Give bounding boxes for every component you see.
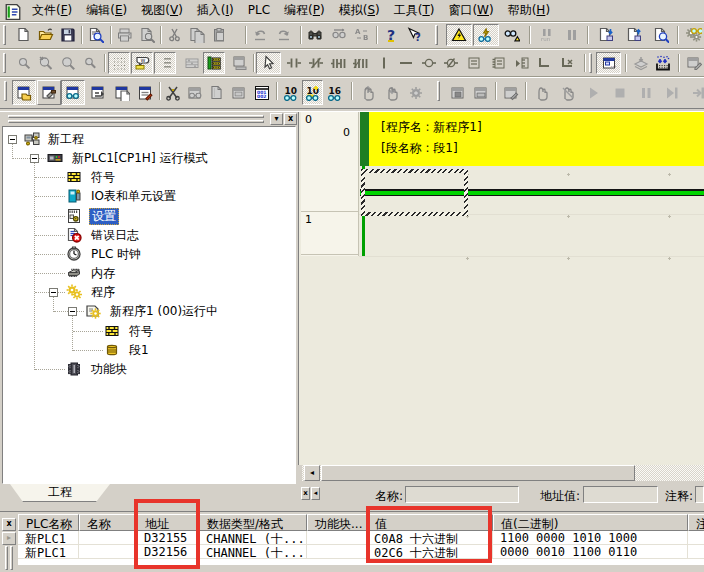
new-closed-contact-button[interactable] (305, 52, 327, 74)
differential-monitor-button[interactable] (500, 24, 524, 46)
data-grid-button[interactable] (652, 52, 674, 74)
tree-item[interactable]: 新程序1 (00)运行中 (3, 302, 293, 321)
signed-decimal-monitor-button[interactable]: 10 (302, 80, 323, 105)
watch-cell[interactable] (688, 531, 704, 545)
memory-view-button[interactable]: … (596, 52, 621, 74)
help-button[interactable]: ? (380, 24, 402, 46)
output-window-button[interactable] (37, 80, 61, 105)
toolbar-gripper[interactable] (435, 25, 438, 45)
crossref-window-button[interactable] (86, 80, 110, 105)
tree-expander-minus[interactable] (30, 154, 39, 163)
find-button[interactable] (304, 24, 326, 46)
watch-cell[interactable]: 新PLC1 (18, 545, 79, 559)
new-closed-or-contact-button[interactable] (350, 52, 372, 74)
watch-cell[interactable] (79, 545, 137, 559)
tree-item-label[interactable]: PLC 时钟 (89, 247, 143, 262)
watch-gripper[interactable] (10, 546, 13, 570)
open-project-button[interactable] (35, 24, 57, 46)
new-instruction-button[interactable] (463, 52, 485, 74)
compile-program-button[interactable] (85, 24, 107, 46)
menu-4[interactable]: 插入(I) (190, 0, 241, 22)
tree-item[interactable]: 段1 (3, 341, 293, 360)
watch-cell[interactable] (307, 545, 367, 559)
tree-item[interactable]: 功能块 (3, 360, 293, 379)
tree-close-button[interactable]: x (284, 113, 297, 125)
toolbar-gripper[interactable] (3, 53, 6, 73)
tree-item[interactable]: 新PLC1[CP1H] 运行模式 (3, 149, 293, 168)
watch-column-header[interactable]: 数据类型/格式 (199, 514, 307, 531)
menu-10[interactable]: 帮助(H) (501, 0, 557, 22)
watch-cell[interactable]: 新PLC1 (18, 531, 79, 545)
toolbar-gripper[interactable] (589, 53, 592, 73)
project-window-button[interactable] (12, 80, 36, 105)
tree-item-label[interactable]: 符号 (127, 324, 155, 339)
menu-7[interactable]: 模拟(S) (332, 0, 387, 22)
tree-item-label[interactable]: IO表和单元设置 (89, 189, 178, 204)
tree-item-label[interactable]: 新程序1 (00)运行中 (108, 304, 220, 319)
watch-next-button[interactable]: ▸ (2, 532, 16, 545)
data-display-button[interactable]: 001002 (250, 80, 273, 105)
hex-monitor-button[interactable]: 16 (324, 80, 345, 105)
new-horizontal-button[interactable] (395, 52, 417, 74)
watch-cell[interactable]: CHANNEL (十... (199, 545, 307, 559)
select-mode-button[interactable] (256, 52, 281, 74)
new-coil-button[interactable] (418, 52, 440, 74)
watch-table[interactable]: PLC名称名称地址数据类型/格式功能块...值值(二进制)注释新PLC1D321… (18, 514, 704, 565)
tab-project[interactable]: 工程 (10, 484, 110, 502)
watch-cell[interactable] (307, 531, 367, 545)
tree-item-label[interactable]: 新PLC1[CP1H] 运行模式 (70, 151, 209, 166)
tree-item-label[interactable]: 符号 (89, 170, 117, 185)
watch-column-header[interactable]: 名称 (79, 514, 137, 531)
menu-6[interactable]: 编程(P) (277, 0, 332, 22)
watch-cell[interactable]: CHANNEL (十... (199, 531, 307, 545)
menu-2[interactable]: 编辑(E) (79, 0, 134, 22)
download-to-plc-button[interactable] (592, 24, 619, 46)
upload-from-plc-button[interactable] (620, 24, 647, 46)
comment-list-button[interactable] (154, 52, 176, 74)
toolbar-gripper[interactable] (4, 81, 7, 101)
context-help-button[interactable]: ? (403, 24, 425, 46)
force-set-button[interactable] (683, 24, 704, 46)
tree-item-label[interactable]: 程序 (89, 285, 117, 300)
tree-expander-minus[interactable] (49, 288, 58, 297)
tree-item-label[interactable]: 段1 (127, 343, 151, 358)
compare-with-plc-button[interactable] (648, 24, 673, 46)
tree-item[interactable]: 符号 (3, 322, 293, 341)
watch-column-header[interactable]: 注释 (688, 514, 704, 531)
toolbar-gripper[interactable] (3, 25, 6, 45)
menu-5[interactable]: PLC (241, 1, 277, 20)
tree-item-label[interactable]: 功能块 (89, 362, 129, 377)
ladder-editor[interactable]: 0 0 1 [程序名 : 新程序1] [段名称 : 段1] (298, 112, 704, 465)
project-tree[interactable]: 新工程新PLC1[CP1H] 运行模式符号IO表和单元设置设置错误日志PLC 时… (2, 126, 296, 484)
toolbar-gripper[interactable] (437, 81, 440, 101)
watch-column-header[interactable]: 值(二进制) (493, 514, 688, 531)
local-window-button[interactable] (110, 80, 134, 105)
fields-prev-button[interactable]: ◂ (311, 487, 320, 500)
new-or-contact-button[interactable] (328, 52, 350, 74)
comment-field[interactable] (695, 486, 704, 503)
menu-8[interactable]: 工具(T) (387, 0, 442, 22)
tree-item[interactable]: 设置 (3, 207, 293, 226)
rung-comment-button[interactable]: w (131, 52, 153, 74)
new-contact-button[interactable] (283, 52, 305, 74)
mnemonic-view-button[interactable] (162, 80, 184, 105)
work-online-button[interactable] (446, 24, 472, 46)
tree-item[interactable]: 错误日志 (3, 226, 293, 245)
menu-9[interactable]: 窗口(W) (441, 0, 500, 22)
tree-item[interactable]: IO表和单元设置 (3, 187, 293, 206)
watch-column-header[interactable]: PLC名称 (18, 514, 79, 531)
save-project-button[interactable] (57, 24, 79, 46)
menu-1[interactable]: 文件(F) (25, 0, 79, 22)
tree-item[interactable]: 程序 (3, 283, 293, 302)
scrollbar-thumb[interactable] (321, 465, 635, 481)
tree-expander-minus[interactable] (68, 307, 77, 316)
properties-window-button[interactable] (133, 80, 157, 105)
ladder-selection-cursor[interactable] (361, 169, 468, 216)
tree-item[interactable]: PLC 时钟 (3, 245, 293, 264)
new-vertical-button[interactable] (373, 52, 395, 74)
watch-cell[interactable] (688, 545, 704, 559)
fb-instruction-button[interactable] (488, 52, 510, 74)
tree-item-label[interactable]: 错误日志 (89, 228, 141, 243)
name-field[interactable] (405, 486, 519, 503)
scroll-left-button[interactable]: ◂ (304, 465, 320, 481)
